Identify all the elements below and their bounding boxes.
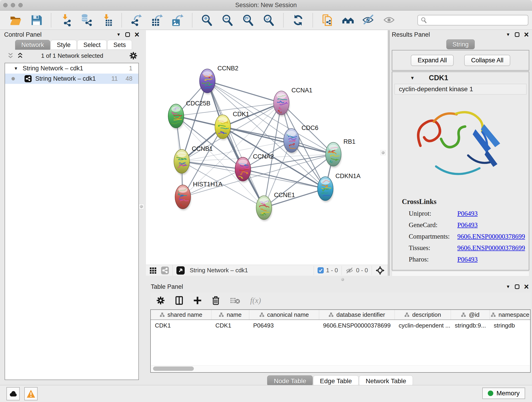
network-node-hist1h1a[interactable]: HIST1H1A	[175, 181, 222, 211]
tab-network[interactable]: Network	[15, 40, 50, 50]
panel-collapse-icon[interactable]: ▼	[506, 32, 510, 37]
selected-checkbox-icon[interactable]	[317, 267, 324, 274]
panel-close-icon[interactable]: ×	[524, 32, 529, 38]
right-splitter-grip[interactable]	[380, 150, 386, 155]
show-all-networks-button[interactable]	[342, 13, 354, 27]
open-session-button[interactable]	[10, 13, 22, 27]
delete-column-icon[interactable]	[212, 296, 220, 305]
crosslink-genecard-link[interactable]: P06493	[457, 221, 478, 229]
network-graph[interactable]: CCNB2CCNA1CDC25BCDK1CDC6RB1CCNB1CCNA2CDK…	[146, 30, 388, 265]
network-node-ccna1[interactable]: CCNA1	[273, 87, 312, 116]
column-header-database-identifier[interactable]: database identifier	[319, 310, 394, 319]
memory-button[interactable]: Memory	[482, 388, 525, 399]
crosslink-compartments-link[interactable]: 9606.ENSP00000378699	[457, 233, 525, 240]
panel-close-icon[interactable]: ×	[524, 283, 529, 290]
vertical-splitter[interactable]	[388, 30, 389, 276]
cell-id[interactable]: stringdb:9...	[451, 322, 490, 329]
column-header-namespace[interactable]: namespace	[490, 310, 530, 319]
table-horizontal-scrollbar[interactable]	[151, 365, 530, 372]
crosslink-tissues-link[interactable]: 9606.ENSP00000378699	[457, 244, 525, 252]
tab-node-table[interactable]: Node Table	[267, 375, 313, 386]
network-canvas[interactable]: CCNB2CCNA1CDC25BCDK1CDC6RB1CCNB1CCNA2CDK…	[146, 30, 388, 265]
import-table-from-file-button[interactable]	[101, 13, 113, 27]
horizontal-splitter-grip[interactable]	[341, 278, 344, 281]
network-node-ccne1[interactable]: CCNE1	[256, 191, 295, 221]
detach-view-icon[interactable]	[177, 266, 185, 274]
column-header-description[interactable]: description	[394, 310, 451, 319]
search-box[interactable]	[418, 15, 528, 26]
refresh-view-button[interactable]	[292, 13, 304, 27]
panel-float-icon[interactable]	[515, 284, 519, 289]
tab-sets[interactable]: Sets	[107, 40, 132, 50]
search-input[interactable]	[429, 17, 528, 24]
export-table-button[interactable]	[151, 13, 163, 27]
show-columns-icon[interactable]	[175, 296, 183, 305]
tab-edge-table[interactable]: Edge Table	[313, 375, 359, 386]
column-header-canonical-name[interactable]: canonical name	[249, 310, 319, 319]
expand-all-button[interactable]: Expand All	[411, 55, 454, 66]
save-session-button[interactable]	[30, 13, 43, 27]
panel-collapse-icon[interactable]: ▼	[116, 32, 121, 37]
warnings-button[interactable]	[24, 387, 38, 400]
network-node-ccnb2[interactable]: CCNB2	[200, 65, 239, 95]
panel-float-icon[interactable]	[125, 32, 130, 37]
crosslink-row: GeneCard:P06493	[402, 221, 529, 229]
birds-eye-view-icon[interactable]	[375, 266, 385, 275]
clone-network-button[interactable]	[321, 13, 334, 27]
network-edge[interactable]	[243, 169, 325, 189]
hide-selected-button[interactable]	[362, 13, 375, 27]
tab-style[interactable]: Style	[51, 40, 77, 50]
network-edge[interactable]	[207, 81, 281, 103]
details-expand-icon[interactable]: ▼	[410, 75, 415, 81]
tab-network-table[interactable]: Network Table	[359, 375, 413, 386]
collapse-all-button[interactable]: Collapse All	[464, 55, 510, 66]
cell-name[interactable]: CDK1	[211, 322, 249, 329]
grid-view-icon[interactable]	[150, 267, 157, 274]
cell-database-identifier[interactable]: 9606.ENSP00000378699	[319, 322, 394, 329]
export-image-button[interactable]	[171, 13, 184, 27]
cell-canonical-name[interactable]: P06493	[249, 322, 319, 329]
network-selection-status: 1 of 1 Network selected	[2, 52, 143, 59]
network-node-cdc25b[interactable]: CDC25B	[168, 100, 210, 129]
zoom-selected-button[interactable]	[263, 13, 275, 27]
table-row[interactable]: CDK1 CDK1 P06493 9606.ENSP00000378699 cy…	[151, 320, 530, 331]
tree-expand-icon[interactable]: ▼	[14, 66, 18, 71]
cell-namespace[interactable]: stringdb	[490, 322, 530, 329]
table-options-gear-icon[interactable]	[156, 296, 165, 305]
panel-float-icon[interactable]	[515, 32, 519, 37]
network-edge[interactable]	[207, 81, 264, 208]
network-collection-row[interactable]: ▼ String Network – cdk1 1	[5, 63, 138, 74]
zoom-in-button[interactable]	[201, 13, 213, 27]
cell-shared-name[interactable]: CDK1	[151, 322, 211, 329]
panel-close-icon[interactable]: ×	[134, 32, 139, 38]
scrollbar-thumb[interactable]	[153, 366, 194, 371]
panel-collapse-icon[interactable]: ▼	[506, 284, 510, 289]
column-header-name[interactable]: name	[211, 310, 249, 319]
left-splitter-grip[interactable]	[139, 204, 144, 209]
network-edge[interactable]	[182, 161, 243, 169]
node-table[interactable]: shared name name canonical name database…	[150, 309, 531, 373]
network-view-icon[interactable]	[161, 267, 169, 274]
network-node-ccna2[interactable]: CCNA2	[235, 153, 274, 183]
tab-string[interactable]: String	[446, 39, 475, 49]
import-network-from-database-button[interactable]	[80, 13, 93, 27]
add-column-icon[interactable]	[193, 296, 202, 305]
column-header-id[interactable]: @id	[451, 310, 490, 319]
column-header-shared-name[interactable]: shared name	[151, 310, 211, 319]
crosslink-pharos-link[interactable]: P06493	[457, 255, 478, 263]
cell-description[interactable]: cyclin-dependent ...	[394, 322, 451, 329]
tab-select[interactable]: Select	[77, 40, 107, 50]
crosslink-uniprot-link[interactable]: P06493	[457, 210, 478, 217]
results-scrollbar-track[interactable]	[392, 271, 529, 276]
network-node-cdkn1a[interactable]: CDKN1A	[317, 172, 361, 202]
node-details-header[interactable]: ▼ CDK1	[392, 72, 529, 84]
network-node-rb1[interactable]: RB1	[326, 138, 355, 168]
export-network-button[interactable]	[130, 13, 143, 27]
network-row-selected[interactable]: String Network – cdk1 11 48	[5, 74, 138, 84]
import-network-from-file-button[interactable]	[60, 13, 72, 27]
cloud-status-button[interactable]	[6, 387, 20, 400]
zoom-fit-content-button[interactable]	[242, 13, 254, 27]
show-hidden-button[interactable]	[383, 13, 395, 27]
zoom-out-button[interactable]	[221, 13, 234, 27]
network-options-gear-icon[interactable]	[129, 51, 138, 60]
